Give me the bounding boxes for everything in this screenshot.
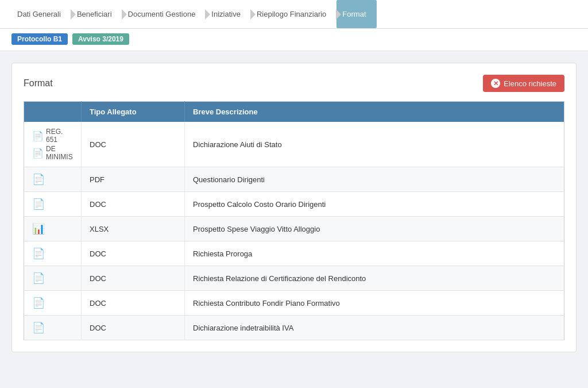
file-icon: 📄	[32, 198, 45, 210]
table-row: 📊XLSXProspetto Spese Viaggio Vitto Allog…	[24, 217, 564, 241]
file-icon: 📄	[32, 297, 45, 309]
circle-x-icon: ✕	[491, 79, 500, 88]
card-header: Format ✕ Elenco richieste	[24, 75, 564, 92]
table-cell-descrizione-1: Questionario Dirigenti	[185, 167, 564, 192]
table-cell-icon-5: 📄	[24, 266, 82, 291]
table-cell-icon-3: 📊	[24, 217, 82, 241]
table-row: 📄DOCProspetto Calcolo Costo Orario Dirig…	[24, 192, 564, 217]
elenco-richieste-label: Elenco richieste	[504, 79, 556, 88]
table-body: 📄 REG. 651📄 DE MINIMISDOCDichiarazione A…	[24, 122, 564, 340]
table-cell-tipo-3: XLSX	[82, 217, 185, 241]
steps-navigation: Dati GeneraliBeneficiariDocumenti Gestio…	[0, 0, 588, 29]
table-row: 📄DOCDichiarazione indetraibilità IVA	[24, 316, 564, 340]
step-item-beneficiari[interactable]: Beneficiari	[71, 0, 122, 28]
table-cell-descrizione-7: Dichiarazione indetraibilità IVA	[185, 316, 564, 340]
table-cell-descrizione-6: Richiesta Contributo Fondir Piano Format…	[185, 291, 564, 316]
col-header-desc: Breve Descrizione	[185, 102, 564, 122]
table-cell-icon-4: 📄	[24, 241, 82, 266]
col-header-tipo: Tipo Allegato	[82, 102, 185, 122]
table-cell-descrizione-2: Prospetto Calcolo Costo Orario Dirigenti	[185, 192, 564, 217]
table-cell-tipo-2: DOC	[82, 192, 185, 217]
table-cell-tipo-5: DOC	[82, 266, 185, 291]
step-item-dati-generali[interactable]: Dati Generali	[11, 0, 71, 28]
table-cell-descrizione-0: Dichiarazione Aiuti di Stato	[185, 122, 564, 167]
main-content: Format ✕ Elenco richieste Tipo Allegato …	[0, 51, 588, 364]
table-cell-tipo-1: PDF	[82, 167, 185, 192]
file-icon: 📄	[32, 173, 45, 186]
table-row: 📄 REG. 651📄 DE MINIMISDOCDichiarazione A…	[24, 122, 564, 167]
table-cell-descrizione-5: Richiesta Relazione di Certificazione de…	[185, 266, 564, 291]
table-cell-descrizione-4: Richiesta Proroga	[185, 241, 564, 266]
table-cell-icon-7: 📄	[24, 316, 82, 340]
file-label: 📄 REG. 651	[32, 128, 73, 144]
table-row: 📄PDFQuestionario Dirigenti	[24, 167, 564, 192]
card-title: Format	[24, 78, 53, 89]
tag-avviso-3/2019: Avviso 3/2019	[72, 33, 129, 45]
file-icon: 📄	[32, 321, 45, 334]
table-cell-icon-0: 📄 REG. 651📄 DE MINIMIS	[24, 122, 82, 167]
table-cell-tipo-6: DOC	[82, 291, 185, 316]
table-cell-tipo-4: DOC	[82, 241, 185, 266]
table-cell-icon-6: 📄	[24, 291, 82, 316]
file-icon: 📄	[32, 272, 45, 285]
file-icon: 📊	[32, 222, 45, 235]
attachments-table: Tipo Allegato Breve Descrizione 📄 REG. 6…	[24, 101, 564, 340]
file-icon: 📄	[32, 247, 45, 260]
tags-row: Protocollo B1Avviso 3/2019	[0, 29, 588, 51]
step-item-iniziative[interactable]: Iniziative	[206, 0, 251, 28]
table-cell-tipo-7: DOC	[82, 316, 185, 340]
format-card: Format ✕ Elenco richieste Tipo Allegato …	[11, 63, 577, 352]
table-row: 📄DOCRichiesta Proroga	[24, 241, 564, 266]
elenco-richieste-button[interactable]: ✕ Elenco richieste	[483, 75, 564, 92]
step-item-documenti-gestione[interactable]: Documenti Gestione	[122, 0, 206, 28]
table-row: 📄DOCRichiesta Relazione di Certificazion…	[24, 266, 564, 291]
table-cell-descrizione-3: Prospetto Spese Viaggio Vitto Alloggio	[185, 217, 564, 241]
table-cell-tipo-0: DOC	[82, 122, 185, 167]
table-head: Tipo Allegato Breve Descrizione	[24, 102, 564, 122]
table-cell-icon-1: 📄	[24, 167, 82, 192]
tag-protocollo-b1: Protocollo B1	[11, 33, 68, 45]
table-header-row: Tipo Allegato Breve Descrizione	[24, 102, 564, 122]
table-cell-icon-2: 📄	[24, 192, 82, 217]
col-header-icon	[24, 102, 82, 122]
step-item-riepilogo-finanziario[interactable]: Riepilogo Finanziario	[251, 0, 336, 28]
step-item-format[interactable]: Format	[336, 0, 376, 28]
file-label: 📄 DE MINIMIS	[32, 145, 73, 161]
table-row: 📄DOCRichiesta Contributo Fondir Piano Fo…	[24, 291, 564, 316]
